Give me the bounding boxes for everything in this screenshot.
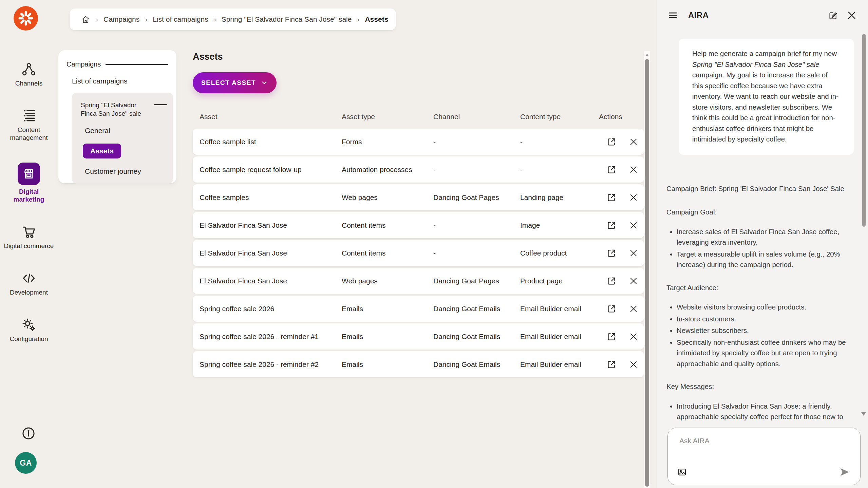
send-button[interactable] <box>839 467 850 477</box>
ai-bullet: Target a measurable uplift in sales volu… <box>677 249 848 270</box>
remove-asset-button[interactable] <box>629 221 638 230</box>
aira-header: AIRA <box>657 0 868 31</box>
table-row: El Salvador Finca San Jose Web pages Dan… <box>193 268 644 294</box>
sidebar-item-development[interactable]: Development <box>0 271 58 296</box>
open-asset-button[interactable] <box>606 165 617 175</box>
sidebar-item-channels[interactable]: Channels <box>0 62 58 87</box>
aira-title: AIRA <box>688 11 709 20</box>
column-header-asset: Asset <box>200 113 342 121</box>
aira-prompt-input[interactable] <box>675 433 853 457</box>
sidebar-item-digital-commerce[interactable]: Digital commerce <box>0 224 58 250</box>
cell-channel: - <box>433 221 520 229</box>
storefront-icon <box>22 167 36 181</box>
home-icon[interactable] <box>81 15 90 24</box>
open-asset-button[interactable] <box>606 304 617 314</box>
user-message-italic-text: Spring "El Salvador Finca San Jose" sale <box>692 60 819 68</box>
remove-asset-button[interactable] <box>629 360 638 369</box>
user-avatar[interactable]: GA <box>15 452 37 474</box>
breadcrumb-item-list-of-campaigns[interactable]: List of campaigns <box>153 15 208 23</box>
cell-asset: Spring coffee sale 2026 <box>200 305 342 313</box>
open-asset-button[interactable] <box>606 359 617 370</box>
collapse-dash-icon[interactable] <box>154 104 167 105</box>
close-icon <box>629 304 638 314</box>
main-scrollbar[interactable] <box>644 51 650 488</box>
aira-new-chat-button[interactable] <box>828 10 838 20</box>
chat-scrollbar-thumb[interactable] <box>862 34 866 227</box>
cell-asset-type: Content items <box>342 221 433 229</box>
remove-asset-button[interactable] <box>629 165 638 174</box>
scroll-down-arrow-icon[interactable] <box>861 412 866 416</box>
scroll-up-arrow-icon[interactable] <box>645 54 649 56</box>
ai-bullet: In-store customers. <box>677 314 848 324</box>
sidebar-nav: Channels Content management <box>0 62 58 343</box>
cell-content-type: Image <box>520 221 599 229</box>
ai-section-heading: Key Messages: <box>666 381 848 392</box>
select-asset-label: SELECT ASSET <box>201 79 256 87</box>
cell-asset: El Salvador Finca San Jose <box>200 277 342 285</box>
cell-asset: Coffee sample list <box>200 138 342 146</box>
close-icon <box>629 137 638 147</box>
sidebar-item-label: Content management <box>3 126 54 142</box>
cell-content-type: - <box>520 166 599 174</box>
user-message-bubble: Help me generate a campaign brief for my… <box>679 39 854 155</box>
cell-asset-type: Emails <box>342 305 433 313</box>
table-row: Spring coffee sale 2026 - reminder #2 Em… <box>193 351 644 377</box>
remove-asset-button[interactable] <box>629 332 638 341</box>
info-button[interactable] <box>21 426 36 440</box>
cell-content-type: Landing page <box>520 193 599 202</box>
chevron-right-icon: › <box>96 15 98 23</box>
nav-item-campaign-name[interactable]: Spring "El Salvador Finca San Jose" sale <box>81 101 152 118</box>
sidebar-item-configuration[interactable]: Configuration <box>0 317 58 343</box>
open-asset-button[interactable] <box>606 137 617 147</box>
user-message-text: Help me generate a campaign brief for my… <box>692 50 837 57</box>
open-asset-button[interactable] <box>606 192 617 203</box>
external-link-icon <box>606 137 617 147</box>
open-asset-button[interactable] <box>606 248 617 258</box>
cell-asset-type: Web pages <box>342 277 433 285</box>
cell-asset-type: Web pages <box>342 193 433 202</box>
external-link-icon <box>606 192 617 203</box>
sidebar: Channels Content management <box>0 0 58 488</box>
open-asset-button[interactable] <box>606 332 617 342</box>
nav-item-list-of-campaigns[interactable]: List of campaigns <box>72 77 174 85</box>
table-row: Spring coffee sale 2026 - reminder #1 Em… <box>193 323 644 350</box>
close-icon <box>629 193 638 202</box>
remove-asset-button[interactable] <box>629 193 638 202</box>
sidebar-item-digital-marketing[interactable]: Digital marketing <box>0 163 58 203</box>
nav-item-general[interactable]: General <box>85 127 167 135</box>
close-icon <box>629 276 638 286</box>
column-header-content-type: Content type <box>520 113 599 121</box>
image-icon <box>677 467 687 477</box>
ai-bullet: Introducing El Salvador Finca San Jose: … <box>677 401 848 425</box>
remove-asset-button[interactable] <box>629 137 638 147</box>
select-asset-button[interactable]: SELECT ASSET <box>193 72 277 93</box>
cell-channel: Dancing Goat Emails <box>433 305 520 313</box>
ai-bullet: Specifically non-enthusiast coffee drink… <box>677 337 848 369</box>
nav-item-customer-journey[interactable]: Customer journey <box>85 167 167 175</box>
table-row: Spring coffee sale 2026 Emails Dancing G… <box>193 296 644 322</box>
remove-asset-button[interactable] <box>629 304 638 314</box>
external-link-icon <box>606 332 617 342</box>
open-asset-button[interactable] <box>606 276 617 286</box>
attach-image-button[interactable] <box>677 467 687 477</box>
app-logo[interactable] <box>14 6 38 31</box>
open-asset-button[interactable] <box>606 220 617 230</box>
aira-menu-button[interactable] <box>668 10 678 20</box>
cell-asset: El Salvador Finca San Jose <box>200 249 342 257</box>
cell-channel: Dancing Goat Pages <box>433 277 520 285</box>
sidebar-item-label: Digital marketing <box>3 188 54 203</box>
ai-bullet: Newsletter subscribers. <box>677 325 848 336</box>
main-scrollbar-thumb[interactable] <box>645 59 649 487</box>
breadcrumb-item-campaign-name[interactable]: Spring "El Salvador Finca San Jose" sale <box>222 15 352 23</box>
cell-content-type: Email Builder email <box>520 333 599 341</box>
breadcrumb-item-campaigns[interactable]: Campaigns <box>103 15 139 23</box>
remove-asset-button[interactable] <box>629 248 638 258</box>
aira-close-button[interactable] <box>846 10 857 21</box>
nav-item-assets-selected[interactable]: Assets <box>83 144 121 158</box>
ai-section-heading: Target Audience: <box>666 282 848 293</box>
hamburger-menu-icon <box>668 10 678 20</box>
sidebar-item-content-management[interactable]: Content management <box>0 108 58 142</box>
ai-bullet: Increase sales of El Salvador Finca San … <box>677 226 848 248</box>
remove-asset-button[interactable] <box>629 276 638 286</box>
cell-asset-type: Emails <box>342 333 433 341</box>
